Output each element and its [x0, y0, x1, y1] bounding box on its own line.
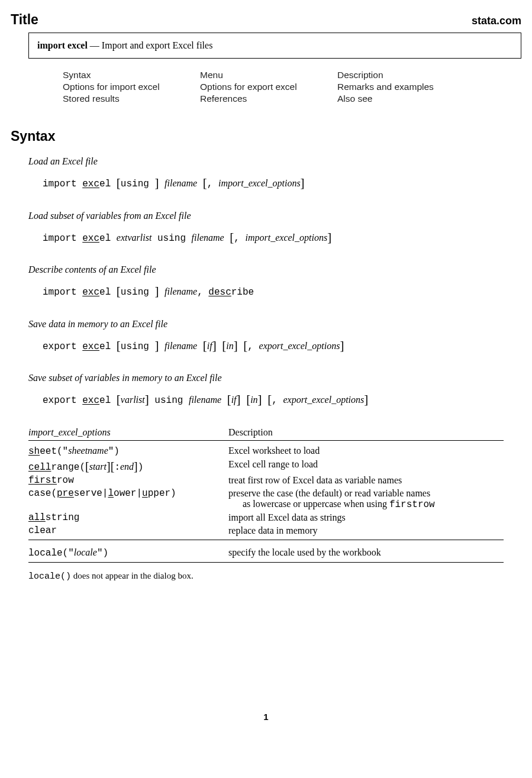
- title-heading: Title: [11, 12, 38, 28]
- toc-also-see[interactable]: Also see: [337, 93, 475, 105]
- title-command: import excel: [37, 40, 88, 50]
- toc: Syntax Menu Description Options for impo…: [63, 69, 521, 105]
- toc-references[interactable]: References: [200, 93, 337, 105]
- option-firstrow: firstrow treat first row of Excel data a…: [28, 474, 504, 487]
- syntax-desc-4: Save data in memory to an Excel file: [28, 319, 521, 330]
- options-table: import_excel_options Description sheet("…: [28, 427, 504, 563]
- option-case: case(preserve|lower|upper) preserve the …: [28, 487, 504, 511]
- option-locale: locale("locale") specify the locale used…: [28, 546, 504, 560]
- syntax-desc-2: Load subset of variables from an Excel f…: [28, 211, 521, 221]
- toc-menu[interactable]: Menu: [200, 69, 337, 81]
- option-allstring: allstring import all Excel data as strin…: [28, 511, 504, 524]
- options-header-col2: Description: [228, 427, 504, 438]
- syntax-desc-3: Describe contents of an Excel file: [28, 264, 521, 275]
- syntax-desc-1: Load an Excel file: [28, 156, 521, 167]
- title-sep: —: [88, 40, 102, 50]
- toc-remarks[interactable]: Remarks and examples: [337, 81, 475, 93]
- options-footnote: locale() does not appear in the dialog b…: [28, 571, 521, 582]
- header-row: Title stata.com: [11, 12, 521, 28]
- syntax-line-2: import excel extvarlist using filename […: [43, 227, 521, 247]
- toc-export-options[interactable]: Options for export excel: [200, 81, 337, 93]
- title-box: import excel — Import and export Excel f…: [28, 33, 521, 59]
- toc-description[interactable]: Description: [337, 69, 475, 81]
- options-header: import_excel_options Description: [28, 427, 504, 441]
- option-clear: clear replace data in memory: [28, 524, 504, 537]
- syntax-desc-5: Save subset of variables in memory to an…: [28, 373, 521, 383]
- syntax-line-5: export excel [varlist] using filename [i…: [43, 389, 521, 409]
- option-cellrange: cellrange([start][:end]) Excel cell rang…: [28, 458, 504, 474]
- toc-stored-results[interactable]: Stored results: [63, 93, 200, 105]
- option-sheet: sheet("sheetname") Excel worksheet to lo…: [28, 444, 504, 458]
- syntax-heading: Syntax: [11, 128, 521, 144]
- stata-link[interactable]: stata.com: [472, 15, 521, 27]
- toc-syntax[interactable]: Syntax: [63, 69, 200, 81]
- toc-import-options[interactable]: Options for import excel: [63, 81, 200, 93]
- syntax-line-4: export excel [using ] filename [if] [in]…: [43, 335, 521, 356]
- page-number: 1: [11, 712, 521, 722]
- syntax-line-3: import excel [using ] filename, describe: [43, 281, 521, 301]
- options-header-col1: import_excel_options: [28, 427, 228, 438]
- syntax-line-1: import excel [using ] filename [, import…: [43, 173, 521, 193]
- title-desc: Import and export Excel files: [102, 40, 213, 50]
